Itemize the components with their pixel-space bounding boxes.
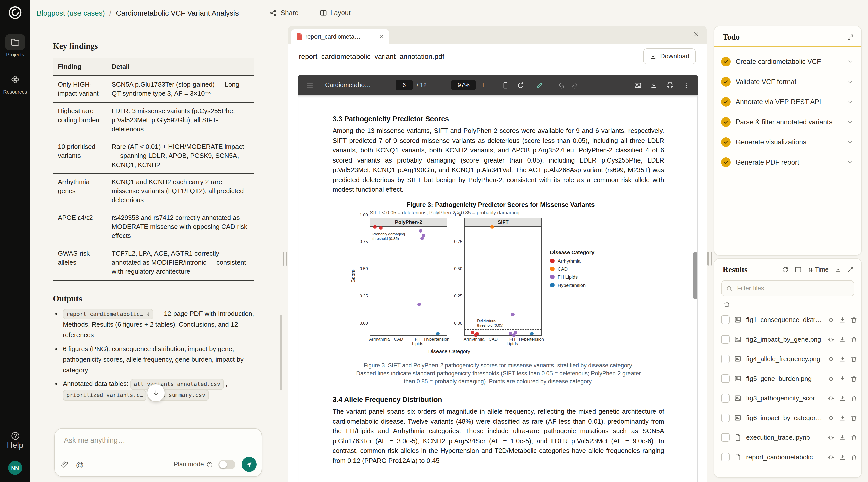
scrollbar-thumb[interactable] <box>280 315 282 390</box>
mention-icon[interactable]: @ <box>76 460 84 469</box>
breadcrumb-project-link[interactable]: Blogpost (use cases) <box>37 9 105 17</box>
panel-resize-handle[interactable] <box>708 252 712 266</box>
chevron-down-icon[interactable] <box>847 159 854 165</box>
print-button[interactable] <box>666 81 674 89</box>
share-button[interactable]: Share <box>270 9 299 17</box>
download-icon[interactable] <box>839 395 846 402</box>
file-row[interactable]: execution_trace.ipynb <box>721 428 858 447</box>
locate-icon[interactable] <box>827 414 834 421</box>
file-row[interactable]: fig2_impact_by_gene.png <box>721 329 858 349</box>
file-row[interactable]: fig4_allele_frequency.png <box>721 349 858 369</box>
download-icon[interactable] <box>839 434 846 441</box>
send-button[interactable] <box>242 457 257 472</box>
sort-by-time-button[interactable]: Time <box>807 266 829 273</box>
chat-input[interactable] <box>63 436 255 445</box>
trash-icon[interactable] <box>850 375 858 382</box>
chevron-down-icon[interactable] <box>847 98 854 105</box>
plan-mode-toggle[interactable] <box>218 460 236 469</box>
todo-item[interactable]: Generate visualizations <box>721 132 859 152</box>
sidebar-item-resources[interactable]: Resources <box>3 71 27 95</box>
undo-button[interactable] <box>557 81 565 89</box>
trash-icon[interactable] <box>850 355 858 362</box>
file-checkbox[interactable] <box>721 335 730 344</box>
expand-todo-icon[interactable] <box>847 34 854 41</box>
locate-icon[interactable] <box>827 434 834 441</box>
attach-file-icon[interactable] <box>61 460 69 469</box>
file-row[interactable]: fig6_impact_by_category…. <box>721 408 858 428</box>
file-checkbox[interactable] <box>721 316 730 324</box>
file-row[interactable]: fig1_consequence_distrib… <box>721 310 858 329</box>
refresh-icon[interactable] <box>782 266 789 273</box>
page-number-input[interactable]: 6 <box>396 80 413 90</box>
file-row[interactable]: fig3_pathogenicity_score… <box>721 388 858 408</box>
download-icon[interactable] <box>839 454 846 461</box>
scroll-to-bottom-button[interactable] <box>147 384 165 402</box>
user-avatar[interactable]: NN <box>8 461 22 475</box>
locate-icon[interactable] <box>827 336 834 343</box>
todo-item[interactable]: Generate PDF report <box>721 152 859 172</box>
tab-close-icon[interactable] <box>379 34 384 39</box>
locate-icon[interactable] <box>827 454 834 461</box>
rotate-button[interactable] <box>517 81 524 89</box>
chevron-down-icon[interactable] <box>847 58 854 65</box>
menu-icon[interactable] <box>306 81 314 89</box>
download-pdf-button[interactable] <box>650 81 658 89</box>
download-icon[interactable] <box>839 355 846 362</box>
file-checkbox[interactable] <box>721 394 730 403</box>
zoom-in-button[interactable]: + <box>481 81 486 90</box>
plan-mode-help-icon[interactable] <box>206 461 213 468</box>
todo-item[interactable]: Create cardiometabolic VCF <box>721 51 859 71</box>
filter-files-input[interactable] <box>736 284 849 292</box>
trash-icon[interactable] <box>850 395 858 402</box>
expand-results-icon[interactable] <box>847 266 854 273</box>
columns-icon[interactable] <box>794 266 801 273</box>
chevron-down-icon[interactable] <box>847 78 854 85</box>
annotate-pen-button[interactable] <box>536 81 543 89</box>
download-icon[interactable] <box>839 375 846 382</box>
more-options-button[interactable] <box>682 81 690 89</box>
fit-page-button[interactable] <box>501 81 509 89</box>
chevron-down-icon[interactable] <box>847 139 854 145</box>
pdf-scrollbar-thumb[interactable] <box>693 252 697 299</box>
csv-file-chip[interactable]: prioritized_variants.c… <box>63 390 147 401</box>
chevron-down-icon[interactable] <box>847 119 854 125</box>
download-all-icon[interactable] <box>834 266 841 273</box>
trash-icon[interactable] <box>850 434 858 441</box>
tab-report-pdf[interactable]: report_cardiometa… <box>291 29 390 44</box>
report-file-chip[interactable]: report_cardiometabolic… <box>63 309 154 320</box>
file-checkbox[interactable] <box>721 433 730 442</box>
layout-button[interactable]: Layout <box>320 9 351 17</box>
stamp-image-button[interactable] <box>634 81 642 89</box>
locate-icon[interactable] <box>827 355 834 362</box>
locate-icon[interactable] <box>827 316 834 323</box>
locate-icon[interactable] <box>827 375 834 382</box>
file-row[interactable]: fig5_gene_burden.png <box>721 369 858 388</box>
download-file-button[interactable]: Download <box>643 48 696 64</box>
zoom-out-button[interactable]: − <box>442 81 446 90</box>
sidebar-item-help[interactable]: Help <box>7 431 23 450</box>
todo-item[interactable]: Parse & filter annotated variants <box>721 112 859 132</box>
trash-icon[interactable] <box>850 316 858 323</box>
zoom-level[interactable]: 97% <box>452 80 476 90</box>
file-checkbox[interactable] <box>721 453 730 461</box>
todo-item[interactable]: Annotate via VEP REST API <box>721 92 859 112</box>
download-icon[interactable] <box>839 316 846 323</box>
todo-item[interactable]: Validate VCF format <box>721 71 859 92</box>
trash-icon[interactable] <box>850 414 858 421</box>
close-preview-button[interactable] <box>693 31 700 38</box>
download-icon[interactable] <box>839 414 846 421</box>
panel-resize-handle[interactable] <box>283 252 287 266</box>
app-logo-icon[interactable] <box>7 5 23 20</box>
redo-button[interactable] <box>571 81 579 89</box>
trash-icon[interactable] <box>850 336 858 343</box>
locate-icon[interactable] <box>827 395 834 402</box>
trash-icon[interactable] <box>850 454 858 461</box>
home-icon[interactable] <box>723 301 862 308</box>
sidebar-item-projects[interactable]: Projects <box>5 34 25 57</box>
file-row[interactable]: report_cardiometabolic_v… <box>721 447 858 467</box>
file-checkbox[interactable] <box>721 355 730 363</box>
file-checkbox[interactable] <box>721 374 730 383</box>
csv-file-chip[interactable]: all_variants_annotated.csv <box>130 379 224 390</box>
file-checkbox[interactable] <box>721 414 730 422</box>
download-icon[interactable] <box>839 336 846 343</box>
